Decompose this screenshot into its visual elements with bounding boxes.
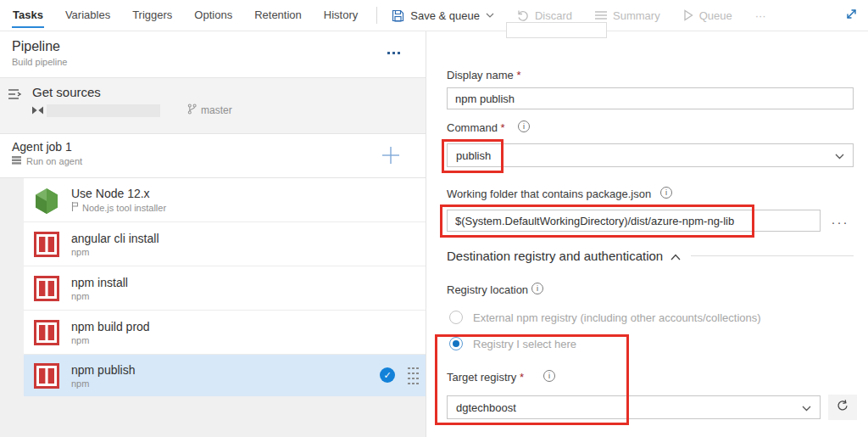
- flag-icon: [71, 202, 79, 213]
- npm-icon: [34, 232, 59, 257]
- chevron-down-icon: [802, 401, 811, 414]
- discard-button[interactable]: Discard: [517, 9, 572, 22]
- pipeline-subtitle: Build pipeline: [12, 57, 426, 67]
- task-settings-panel: Display name * Command * i publish Worki…: [426, 31, 868, 437]
- tab-retention[interactable]: Retention: [253, 0, 303, 31]
- ellipsis-icon: ···: [755, 9, 766, 22]
- pipeline-tree-panel: Pipeline Build pipeline Get sources: [0, 31, 426, 437]
- task-row-angular-cli-install[interactable]: angular cli install npm: [24, 222, 426, 266]
- task-title: angular cli install: [71, 232, 159, 245]
- pipeline-menu-button[interactable]: [385, 49, 403, 57]
- summary-label: Summary: [613, 9, 660, 22]
- redacted-repo-name: [47, 104, 160, 117]
- discard-label: Discard: [535, 9, 572, 22]
- section-divider: [691, 255, 854, 256]
- tab-history[interactable]: History: [323, 0, 359, 31]
- pipeline-tabs: Tasks Variables Triggers Options Retenti…: [12, 0, 359, 31]
- working-folder-label: Working folder that contains package.jso…: [447, 188, 651, 200]
- play-icon: [683, 9, 693, 21]
- get-sources-icon: [8, 88, 22, 104]
- chevron-down-icon: [835, 149, 844, 162]
- fullscreen-expand-icon[interactable]: [845, 8, 858, 24]
- browse-folder-button[interactable]: ···: [826, 210, 854, 233]
- save-and-queue-label: Save & queue: [410, 9, 480, 22]
- nodejs-icon: [34, 188, 59, 213]
- tab-options[interactable]: Options: [193, 0, 233, 31]
- task-row-npm-install[interactable]: npm install npm: [24, 266, 426, 311]
- task-subtitle: npm: [71, 335, 89, 345]
- branch-icon: [187, 103, 197, 118]
- pipeline-editor: Tasks Variables Triggers Options Retenti…: [0, 0, 868, 437]
- partial-control-fragment: [506, 22, 607, 38]
- azure-repos-bowtie-icon: [32, 103, 43, 118]
- refresh-icon: [836, 399, 849, 416]
- get-sources-title: Get sources: [32, 85, 426, 99]
- registry-location-label: Registry location: [447, 283, 528, 296]
- target-registry-select[interactable]: dgtechboost: [447, 395, 821, 419]
- command-select[interactable]: publish: [447, 143, 854, 167]
- task-subtitle: npm: [71, 247, 89, 257]
- radio-label: External npm registry (including other a…: [473, 311, 761, 324]
- section-title: Destination registry and authentication: [447, 249, 663, 263]
- task-title: npm install: [71, 276, 128, 289]
- chevron-up-icon: [670, 249, 681, 263]
- task-subtitle: Node.js tool installer: [82, 203, 166, 213]
- npm-icon: [34, 276, 59, 301]
- npm-icon: [34, 363, 59, 389]
- chevron-down-icon: [486, 13, 494, 18]
- npm-icon: [34, 320, 59, 345]
- list-icon: [595, 10, 607, 20]
- agent-job-subtitle: Run on agent: [26, 156, 82, 166]
- working-folder-info-icon[interactable]: i: [660, 187, 672, 199]
- selected-check-icon: ✓: [380, 367, 395, 383]
- get-sources-row[interactable]: Get sources master: [0, 78, 426, 134]
- command-info-icon[interactable]: i: [518, 120, 530, 132]
- radio-circle-unselected[interactable]: [449, 311, 463, 324]
- refresh-registries-button[interactable]: [828, 395, 857, 420]
- task-title: Use Node 12.x: [71, 187, 166, 200]
- queue-label: Queue: [699, 9, 732, 22]
- task-subtitle: npm: [71, 291, 89, 301]
- pipeline-title: Pipeline: [12, 39, 426, 54]
- task-title: npm publish: [71, 363, 136, 377]
- undo-icon: [517, 9, 529, 21]
- target-registry-label: Target registry *: [447, 371, 524, 384]
- radio-circle-selected[interactable]: [449, 337, 463, 350]
- radio-external-registry[interactable]: External npm registry (including other a…: [449, 311, 761, 324]
- task-title: npm build prod: [71, 320, 150, 333]
- tab-tasks[interactable]: Tasks: [12, 0, 44, 31]
- command-value: publish: [456, 149, 491, 162]
- agent-job-title: Agent job 1: [12, 140, 426, 154]
- tab-triggers[interactable]: Triggers: [131, 0, 173, 31]
- add-task-button[interactable]: [381, 146, 400, 168]
- summary-button[interactable]: Summary: [595, 9, 660, 22]
- more-actions-button[interactable]: ···: [755, 9, 766, 22]
- target-registry-value: dgtechboost: [456, 401, 516, 414]
- save-icon: [392, 9, 404, 22]
- destination-registry-section-header[interactable]: Destination registry and authentication: [447, 249, 854, 263]
- tab-variables[interactable]: Variables: [64, 0, 111, 31]
- queue-button[interactable]: Queue: [683, 9, 732, 22]
- toolbar-divider: [376, 7, 377, 24]
- task-subtitle: npm: [71, 378, 89, 389]
- pipeline-header[interactable]: Pipeline Build pipeline: [0, 31, 426, 78]
- task-row-npm-publish[interactable]: npm publish npm ✓: [24, 355, 426, 396]
- display-name-label: Display name *: [447, 69, 520, 81]
- target-registry-info-icon[interactable]: i: [543, 370, 555, 382]
- agent-icon: [12, 156, 22, 166]
- task-row-npm-build-prod[interactable]: npm build prod npm: [24, 311, 426, 355]
- radio-registry-i-select-here[interactable]: Registry I select here: [449, 337, 576, 350]
- agent-job-row[interactable]: Agent job 1 Run on agent: [0, 134, 426, 178]
- radio-label: Registry I select here: [473, 338, 576, 350]
- branch-name: master: [201, 104, 232, 116]
- save-and-queue-button[interactable]: Save & queue: [392, 9, 494, 22]
- display-name-input[interactable]: [447, 87, 854, 109]
- drag-handle[interactable]: [406, 365, 419, 388]
- command-label: Command *: [447, 121, 505, 134]
- registry-location-info-icon[interactable]: i: [531, 283, 543, 294]
- working-folder-input[interactable]: [447, 210, 821, 232]
- top-toolbar: Tasks Variables Triggers Options Retenti…: [0, 0, 868, 31]
- task-row-use-node[interactable]: Use Node 12.x Node.js tool installer: [24, 178, 426, 222]
